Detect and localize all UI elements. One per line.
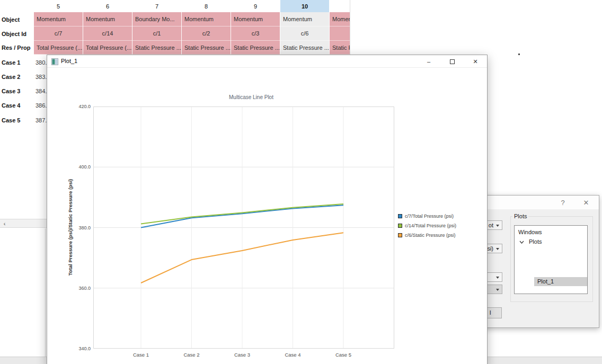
- maximize-icon: [450, 59, 455, 64]
- tree-item-windows[interactable]: Windows: [518, 229, 542, 235]
- button-label-fragment: l: [490, 309, 491, 316]
- row-header-object-id[interactable]: Object Id: [0, 26, 33, 41]
- legend-swatch: [398, 214, 402, 218]
- row-header-object[interactable]: Object: [0, 12, 33, 26]
- table-cell-res_prop[interactable]: Total Pressure (...: [83, 41, 132, 55]
- legend-item: c/14/Total Pressure (psi): [398, 222, 456, 229]
- table-cell-object_id[interactable]: c/3: [231, 26, 280, 41]
- window-title: Plot_1: [61, 58, 77, 64]
- help-button[interactable]: ?: [555, 196, 571, 209]
- stray-dot: [518, 54, 520, 55]
- row-header-case[interactable]: Case 1: [0, 55, 33, 69]
- y-tick-label: 340.0: [66, 346, 91, 351]
- scroll-left-button[interactable]: ‹: [1, 220, 8, 227]
- table-cell-res_prop[interactable]: Total Pressure (...: [34, 41, 83, 55]
- column-header-cell[interactable]: 9: [231, 0, 280, 12]
- chevron-down-icon: [496, 248, 499, 250]
- plots-tree[interactable]: Windows Plots Plot_1: [514, 225, 588, 294]
- table-cell-object[interactable]: Momentum: [280, 12, 329, 26]
- table-cell-object[interactable]: Boundary Mo...: [132, 12, 181, 26]
- plots-groupbox-label: Plots: [512, 213, 528, 219]
- close-icon[interactable]: ✕: [466, 55, 484, 68]
- line-chart-svg: [93, 106, 394, 349]
- table-cell-object_id[interactable]: c/6: [280, 26, 329, 41]
- column-header-cell[interactable]: 6: [83, 0, 132, 12]
- maximize-button[interactable]: [444, 55, 461, 68]
- plot-area: [93, 106, 394, 349]
- legend-label: c/6/Static Pressure (psi): [405, 233, 456, 238]
- legend-swatch: [398, 224, 402, 228]
- y-tick-label: 400.0: [66, 164, 91, 170]
- table-cell-object[interactable]: Momentum: [330, 12, 350, 26]
- column-header-cell[interactable]: 8: [182, 0, 231, 12]
- column-header-cell[interactable]: 7: [132, 0, 181, 12]
- legend-item: c/6/Static Pressure (psi): [398, 232, 456, 239]
- column-header-cell[interactable]: 10: [280, 0, 329, 12]
- table-cell-object_id[interactable]: c/2: [182, 26, 231, 41]
- table-cell-object_id[interactable]: c/14: [83, 26, 132, 41]
- x-tick-label: Case 2: [173, 352, 210, 358]
- chevron-down-icon[interactable]: [519, 240, 524, 244]
- table-cell-object[interactable]: Momentum: [83, 12, 132, 26]
- table-cell-object_id[interactable]: c/1: [132, 26, 181, 41]
- legend-label: c/14/Total Pressure (psi): [405, 223, 456, 228]
- table-cell-res_prop[interactable]: Static Pressure ...: [231, 41, 280, 55]
- close-icon[interactable]: ✕: [578, 196, 594, 209]
- desktop: ObjectObject IdRes / Prop5Momentumc/7Tot…: [0, 0, 602, 364]
- chart-title: Multicase Line Plot: [47, 94, 455, 100]
- x-tick-label: Case 4: [275, 352, 312, 358]
- row-header-case[interactable]: Case 3: [0, 84, 33, 99]
- plot-window-icon: [51, 58, 58, 65]
- row-header-case[interactable]: Case 2: [0, 69, 33, 84]
- table-cell-res_prop[interactable]: Static Pressure ...: [182, 41, 231, 55]
- chevron-down-icon: [496, 277, 499, 279]
- chevron-down-icon: [496, 225, 499, 227]
- table-cell-object_id[interactable]: c/7: [34, 26, 83, 41]
- row-header-res-prop[interactable]: Res / Prop: [0, 41, 33, 55]
- tree-item-plot-1[interactable]: Plot_1: [537, 278, 554, 285]
- y-tick-label: 360.0: [66, 286, 91, 291]
- minimize-button[interactable]: –: [420, 55, 437, 68]
- table-cell-res_prop[interactable]: Static Pressure ...: [330, 41, 350, 55]
- x-tick-label: Case 3: [224, 352, 261, 358]
- column-header-cell[interactable]: [330, 0, 350, 12]
- legend-label: c/7/Total Pressure (psi): [405, 214, 454, 219]
- empty-side-panel: [0, 228, 46, 357]
- row-header-case[interactable]: Case 5: [0, 113, 33, 127]
- table-cell-object_id[interactable]: [330, 26, 350, 41]
- y-tick-label: 380.0: [66, 225, 91, 230]
- table-cell-res_prop[interactable]: Static Pressure ...: [280, 41, 329, 55]
- x-tick-label: Case 5: [325, 352, 362, 358]
- chevron-down-icon: [496, 289, 499, 291]
- combobox-text: si): [487, 245, 493, 252]
- table-cell-res_prop[interactable]: Static Pressure ...: [132, 41, 181, 55]
- legend-swatch: [398, 233, 402, 237]
- table-cell-object[interactable]: Momentum: [34, 12, 83, 26]
- y-tick-label: 420.0: [66, 104, 91, 109]
- table-cell-object[interactable]: Momentum: [231, 12, 280, 26]
- row-header-case[interactable]: Case 4: [0, 99, 33, 113]
- combobox-text: ot: [489, 222, 493, 228]
- column-header-cell[interactable]: 5: [34, 0, 83, 12]
- tree-item-plots[interactable]: Plots: [529, 238, 542, 245]
- plot-window: Plot_1 – ✕ Multicase Line Plot Total Pre…: [47, 55, 488, 364]
- table-cell-object[interactable]: Momentum: [182, 12, 231, 26]
- legend-item: c/7/Total Pressure (psi): [398, 212, 454, 220]
- x-tick-label: Case 1: [122, 352, 160, 358]
